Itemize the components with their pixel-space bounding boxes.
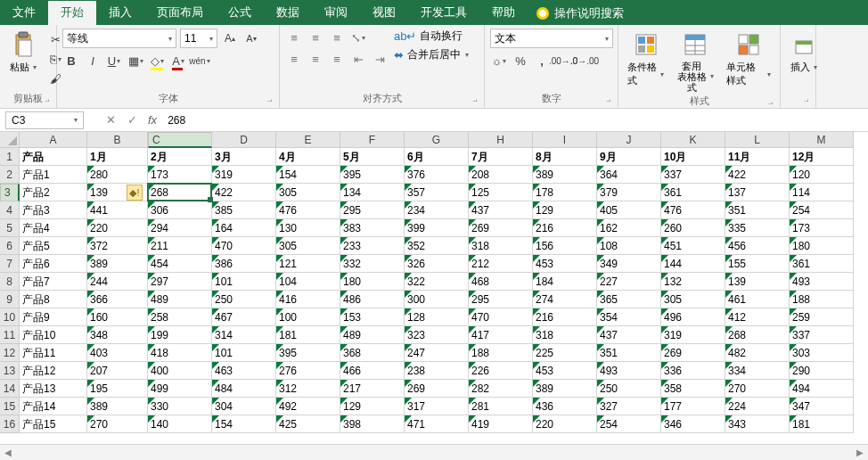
cell[interactable]: 164 [212, 219, 276, 237]
cell[interactable]: 319 [212, 166, 276, 184]
cell[interactable]: 389 [533, 380, 597, 398]
cell[interactable]: 199 [148, 326, 212, 344]
cell[interactable]: 389 [87, 255, 148, 273]
row-header-3[interactable]: 3 [0, 184, 20, 201]
cell[interactable]: 334 [725, 362, 790, 380]
cell[interactable]: 422 [725, 166, 790, 184]
cell[interactable]: 326 [405, 255, 469, 273]
cell[interactable]: 207 [87, 362, 148, 380]
cell[interactable]: 11月 [725, 148, 790, 166]
tab-审阅[interactable]: 审阅 [312, 1, 360, 25]
cell[interactable]: 484 [212, 380, 276, 398]
tab-开发工具[interactable]: 开发工具 [408, 1, 479, 25]
cell[interactable]: 419 [469, 415, 533, 433]
cell[interactable]: 476 [276, 201, 340, 219]
cell[interactable]: 482 [725, 344, 790, 362]
cell[interactable]: 227 [597, 273, 661, 291]
cell[interactable]: 269 [405, 380, 469, 398]
cell[interactable]: 365 [597, 291, 661, 308]
cell[interactable]: 160 [87, 308, 148, 326]
cell[interactable]: 产品7 [20, 273, 87, 291]
cell[interactable]: 300 [405, 291, 469, 308]
cell[interactable]: 385 [212, 201, 276, 219]
cell[interactable]: 产品12 [20, 362, 87, 380]
font-family-select[interactable]: 等线▾ [62, 29, 176, 48]
cell[interactable]: 10月 [661, 148, 725, 166]
cell[interactable]: 144 [661, 255, 725, 273]
percent-button[interactable]: % [512, 52, 529, 70]
cell[interactable]: 212 [469, 255, 533, 273]
cell[interactable]: 403 [87, 344, 148, 362]
cell[interactable]: 463 [212, 362, 276, 380]
tab-帮助[interactable]: 帮助 [479, 1, 528, 25]
cell[interactable]: 352 [405, 237, 469, 255]
cell[interactable]: 441 [87, 201, 148, 219]
cell[interactable]: 9月 [597, 148, 661, 166]
cell[interactable]: 494 [790, 380, 854, 398]
cell[interactable]: 产品5 [20, 237, 87, 255]
tell-me-search[interactable]: 操作说明搜索 [528, 5, 633, 25]
accounting-format-button[interactable]: ☼ [490, 52, 508, 70]
cell[interactable]: 364 [597, 166, 661, 184]
cancel-formula-button[interactable]: ✕ [100, 113, 121, 127]
cell[interactable]: 351 [725, 201, 790, 219]
cell[interactable]: 327 [597, 398, 661, 415]
tab-页面布局[interactable]: 页面布局 [144, 1, 216, 25]
row-header-2[interactable]: 2 [0, 166, 20, 184]
col-header-F[interactable]: F [340, 132, 405, 148]
cell[interactable]: 347 [790, 398, 854, 415]
cell[interactable]: 492 [276, 398, 340, 415]
cell[interactable]: 120 [790, 166, 854, 184]
cell[interactable]: 361 [790, 255, 854, 273]
cell[interactable]: 268 [725, 326, 790, 344]
cell[interactable]: 6月 [405, 148, 469, 166]
formula-input[interactable]: 268 [162, 114, 191, 127]
border-button[interactable]: ▦ [127, 52, 144, 70]
col-header-C[interactable]: C [148, 132, 212, 148]
cell[interactable]: 101 [212, 273, 276, 291]
bold-button[interactable]: B [62, 52, 80, 70]
align-left-button[interactable]: ≡ [285, 50, 303, 68]
cell[interactable]: 180 [340, 273, 405, 291]
cell[interactable]: 130 [276, 219, 340, 237]
cell[interactable]: 317 [405, 398, 469, 415]
cell[interactable]: 139 [725, 273, 790, 291]
cell[interactable]: 产品4 [20, 219, 87, 237]
cell[interactable]: 139 [87, 184, 148, 201]
cell[interactable]: 208 [469, 166, 533, 184]
cell[interactable]: 468 [469, 273, 533, 291]
cell[interactable]: 250 [212, 291, 276, 308]
cell[interactable]: 3月 [212, 148, 276, 166]
tab-插入[interactable]: 插入 [96, 1, 144, 25]
cell[interactable]: 产品13 [20, 380, 87, 398]
cell[interactable]: 177 [661, 398, 725, 415]
cell[interactable]: 357 [405, 184, 469, 201]
cell[interactable]: 499 [148, 380, 212, 398]
cell[interactable]: 产品15 [20, 415, 87, 433]
cell[interactable]: 351 [597, 344, 661, 362]
cell[interactable]: 270 [87, 415, 148, 433]
cell[interactable]: 224 [725, 398, 790, 415]
cell[interactable]: 456 [725, 237, 790, 255]
cell[interactable]: 8月 [533, 148, 597, 166]
increase-font-button[interactable]: A▴ [221, 29, 239, 47]
cell[interactable]: 383 [340, 219, 405, 237]
col-header-K[interactable]: K [661, 132, 725, 148]
cell[interactable]: 104 [276, 273, 340, 291]
cell[interactable]: 470 [469, 308, 533, 326]
col-header-I[interactable]: I [533, 132, 597, 148]
conditional-format-button[interactable]: 条件格式 [624, 29, 667, 89]
enter-formula-button[interactable]: ✓ [121, 113, 143, 127]
cell[interactable]: 产品3 [20, 201, 87, 219]
cell[interactable]: 产品10 [20, 326, 87, 344]
cell[interactable]: 188 [790, 291, 854, 308]
cell[interactable]: 422 [212, 184, 276, 201]
cell[interactable]: 1月 [87, 148, 148, 166]
cell[interactable]: 425 [276, 415, 340, 433]
cell[interactable]: 332 [340, 255, 405, 273]
cell[interactable]: 220 [533, 415, 597, 433]
cell[interactable]: 282 [469, 380, 533, 398]
cell[interactable]: 372 [87, 237, 148, 255]
cell[interactable]: 281 [469, 398, 533, 415]
cell[interactable]: 184 [533, 273, 597, 291]
